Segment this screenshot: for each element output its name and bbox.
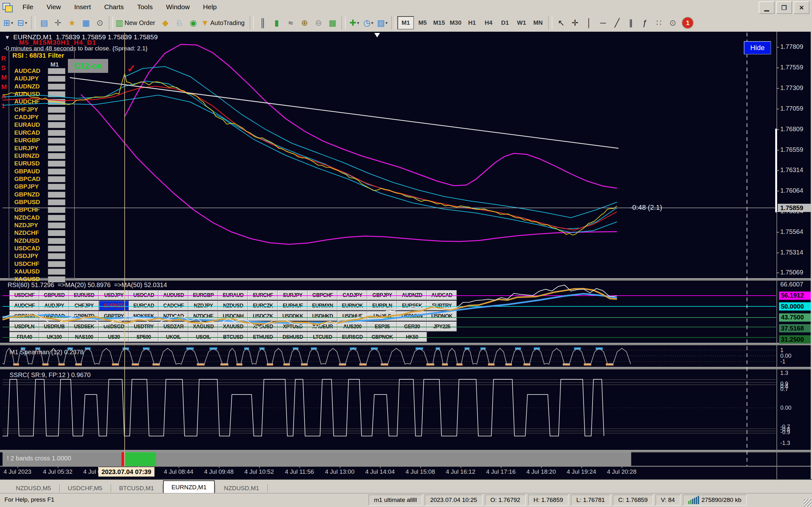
grid-symbol-button-uk100[interactable]: UK100 <box>39 332 69 342</box>
equidistant-channel-button[interactable]: ∥ <box>624 16 638 30</box>
grid-symbol-button-nzdchf[interactable]: NZDCHF <box>189 311 218 321</box>
templates-button[interactable]: ▧▾ <box>375 16 389 30</box>
symbol-toggle-box[interactable] <box>48 169 65 175</box>
resize-grip[interactable] <box>804 499 811 507</box>
symbol-list-item-nzdjpy[interactable]: NZDJPY <box>14 222 38 229</box>
grid-symbol-button-eurjpy[interactable]: EURJPY <box>278 290 308 300</box>
profiles-button[interactable]: ⊟▾ <box>15 16 29 30</box>
chart-tab-nzdusd-m1[interactable]: NZDUSD,M1 <box>216 483 267 494</box>
grid-symbol-button-euraud[interactable]: EURAUD <box>218 290 248 300</box>
grid-symbol-button-chfjpy[interactable]: CHFJPY <box>69 301 99 311</box>
grid-symbol-button-ukoil[interactable]: UKOIL <box>159 332 189 342</box>
c12-toggle-button[interactable]: C12-on <box>68 59 108 73</box>
timeframe-m15-button[interactable]: M15 <box>431 16 447 29</box>
navigator-button[interactable]: ★ <box>65 16 79 30</box>
grid-symbol-button-esp35[interactable]: ESP35 <box>367 322 397 331</box>
symbol-list-item-eurusd[interactable]: EURUSD <box>14 160 40 167</box>
grid-symbol-button-usdrub[interactable]: USDRUB <box>39 322 69 331</box>
menu-insert[interactable]: Insert <box>67 0 98 14</box>
grid-symbol-button-cadchf[interactable]: CADCHF <box>159 301 189 311</box>
grid-symbol-button-usdmxn[interactable]: USDMXN <box>397 311 427 321</box>
timeframe-overlay-buttons[interactable]: M5_M15M30H1_H4_D1 <box>19 39 96 46</box>
symbol-toggle-box[interactable] <box>48 99 65 105</box>
symbol-toggle-box[interactable] <box>48 199 65 205</box>
chart-tab-eurnzd-m1[interactable]: EURNZD,M1 <box>163 481 215 494</box>
grid-symbol-button-xpdusd[interactable]: XPDUSD <box>248 322 278 331</box>
panel-separator[interactable] <box>0 367 812 370</box>
menu-view[interactable]: View <box>40 0 67 14</box>
grid-symbol-button-usdcad[interactable]: USDCAD <box>129 290 159 300</box>
periods-button[interactable]: ◷▾ <box>362 16 375 30</box>
symbol-list-item-gbpjpy[interactable]: GBPJPY <box>14 183 39 190</box>
timeframe-m30-button[interactable]: M30 <box>448 16 463 29</box>
grid-symbol-button-audusd[interactable]: AUDUSD <box>159 290 189 300</box>
menu-charts[interactable]: Charts <box>98 0 131 14</box>
symbol-toggle-box[interactable] <box>48 130 65 136</box>
alerts-badge[interactable]: 1 <box>681 17 694 29</box>
symbol-toggle-box[interactable] <box>48 161 65 167</box>
symbol-list-item-gbpusd[interactable]: GBPUSD <box>14 199 40 206</box>
grid-symbol-button-usoil[interactable]: USOIL <box>189 332 218 342</box>
grid-symbol-button-eurnzd[interactable]: EURNZD <box>99 301 129 311</box>
menu-window[interactable]: Window <box>159 0 196 14</box>
symbol-list-item-eurjpy[interactable]: EURJPY <box>14 145 38 152</box>
symbol-list-item-usdchf[interactable]: USDCHF <box>14 261 39 268</box>
grid-symbol-button-audchf[interactable]: AUDCHF <box>9 301 39 311</box>
menu-file[interactable]: File <box>16 0 40 14</box>
symbol-list-item-gbpnzd[interactable]: GBPNZD <box>14 191 40 198</box>
timeframe-m5-button[interactable]: M5 <box>415 16 430 29</box>
grid-symbol-button-eurhuf[interactable]: EURHUF <box>278 301 308 311</box>
symbol-toggle-box[interactable] <box>48 207 65 213</box>
grid-symbol-button-jpy225[interactable]: JPY225 <box>427 322 457 331</box>
zoom-in-button[interactable]: ⊕ <box>298 16 311 30</box>
fibonacci-button[interactable]: ƒ <box>638 16 652 30</box>
crosshair-button[interactable]: ✛ <box>568 16 582 30</box>
symbol-list-item-audcad[interactable]: AUDCAD <box>14 67 40 74</box>
symbol-list-item-chfjpy[interactable]: CHFJPY <box>14 106 38 113</box>
indicators-button[interactable]: ✚▾ <box>348 16 361 30</box>
timeframe-h1-button[interactable]: H1 <box>464 16 480 29</box>
grid-symbol-button-gbpusd[interactable]: GBPUSD <box>39 290 69 300</box>
symbol-toggle-box[interactable] <box>48 253 65 259</box>
symbol-toggle-box[interactable] <box>48 146 65 152</box>
experts-button[interactable]: ♘ <box>172 16 186 30</box>
grid-symbol-button-xagusd[interactable]: XAGUSD <box>189 322 218 331</box>
symbol-toggle-box[interactable] <box>48 245 65 251</box>
symbol-toggle-box[interactable] <box>48 215 65 221</box>
grid-symbol-button-xptusd[interactable]: XPTUSD <box>278 322 308 331</box>
grid-symbol-button-ger30[interactable]: GER30 <box>397 322 427 331</box>
menu-tools[interactable]: Tools <box>131 0 159 14</box>
grid-symbol-button-usdczk[interactable]: USDCZK <box>248 311 278 321</box>
grid-symbol-button-us30[interactable]: US30 <box>99 332 129 342</box>
grid-symbol-button-gbptry[interactable]: GBPTRY <box>99 311 129 321</box>
panel-separator[interactable] <box>0 278 812 281</box>
grid-symbol-button-eurusd[interactable]: EURUSD <box>69 290 99 300</box>
symbol-toggle-box[interactable] <box>48 269 65 275</box>
grid-symbol-button-audnzd[interactable]: AUDNZD <box>397 290 427 300</box>
grid-symbol-button-usdhkd[interactable]: USDHKD <box>308 311 338 321</box>
chart-tab-btcusd-m1[interactable]: BTCUSD,M1 <box>112 483 162 494</box>
grid-symbol-button-usddkk[interactable]: USDDKK <box>278 311 308 321</box>
symbol-list-item-gbpaud[interactable]: GBPAUD <box>14 168 40 175</box>
menu-help[interactable]: Help <box>196 0 223 14</box>
symbol-toggle-box[interactable] <box>48 114 65 120</box>
strategy-tester-button[interactable]: ⊙ <box>93 16 107 30</box>
symbol-toggle-box[interactable] <box>48 68 65 74</box>
symbol-list-item-audusd[interactable]: AUDUSD <box>14 91 40 98</box>
symbol-toggle-box[interactable] <box>48 238 65 244</box>
symbol-list-item-gbpcad[interactable]: GBPCAD <box>14 176 40 182</box>
metaeditor-button[interactable]: ◆ <box>159 16 172 30</box>
minimize-button[interactable]: ▁ <box>759 1 774 14</box>
chart-dropdown-icon[interactable]: ▼ <box>4 34 10 41</box>
grid-symbol-button-audjpy[interactable]: AUDJPY <box>39 301 69 311</box>
grid-symbol-button-noksek[interactable]: NOKSEK <box>129 311 159 321</box>
grid-symbol-button-hk50[interactable]: HK50 <box>397 332 427 342</box>
grid-symbol-button-aus200[interactable]: AUS200 <box>338 322 367 331</box>
grid-symbol-button-eurczk[interactable]: EURCZK <box>248 301 278 311</box>
grid-symbol-button-fra40[interactable]: FRA40 <box>9 332 39 342</box>
grid-symbol-button-usdzar[interactable]: USDZAR <box>159 322 189 331</box>
grid-symbol-button-usdchf[interactable]: USDCHF <box>9 290 39 300</box>
grid-symbol-button-eurtry[interactable]: EURTRY <box>427 301 457 311</box>
symbol-list-item-nzdchf[interactable]: NZDCHF <box>14 229 39 236</box>
grid-symbol-button-sp500[interactable]: SP500 <box>129 332 159 342</box>
